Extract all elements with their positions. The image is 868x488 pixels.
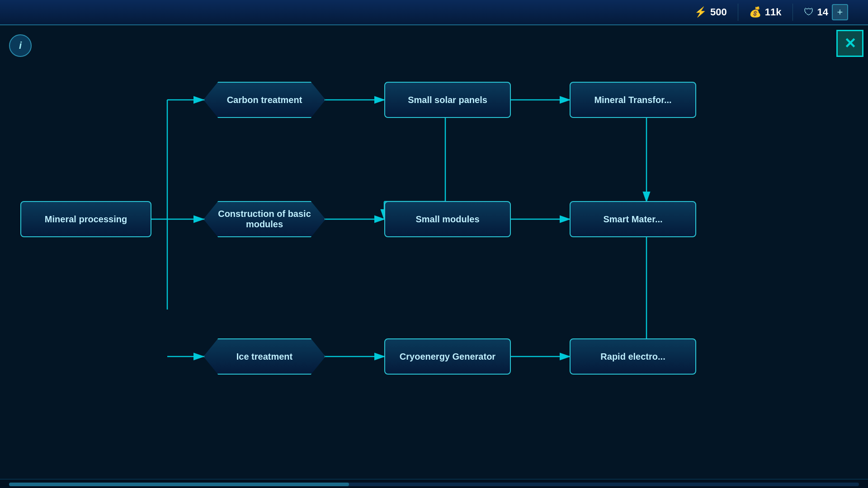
node-carbon-treatment[interactable]: Carbon treatment bbox=[203, 82, 326, 118]
node-construction-basic-modules[interactable]: Construction of basic modules bbox=[203, 201, 326, 237]
scrollbar-track bbox=[9, 483, 859, 486]
coin-icon: 💰 bbox=[749, 6, 761, 18]
lightning-resource: ⚡ 500 bbox=[684, 4, 738, 21]
node-small-modules[interactable]: Small modules bbox=[384, 201, 511, 237]
shield-icon: 🛡 bbox=[804, 6, 814, 18]
node-ice-treatment[interactable]: Ice treatment bbox=[203, 338, 326, 375]
tech-tree-main: i ✕ bbox=[0, 25, 868, 479]
shield-resource: 🛡 14 + bbox=[793, 1, 859, 23]
close-button[interactable]: ✕ bbox=[836, 30, 863, 57]
node-small-solar-panels[interactable]: Small solar panels bbox=[384, 82, 511, 118]
node-rapid-electro[interactable]: Rapid electro... bbox=[570, 338, 696, 375]
scrollbar-thumb[interactable] bbox=[9, 483, 349, 486]
coin-resource: 💰 11k bbox=[738, 4, 793, 21]
topbar: ⚡ 500 💰 11k 🛡 14 + bbox=[0, 0, 868, 25]
info-button[interactable]: i bbox=[9, 34, 32, 57]
scrollbar[interactable] bbox=[0, 479, 868, 488]
add-shield-button[interactable]: + bbox=[832, 4, 848, 20]
lightning-icon: ⚡ bbox=[694, 6, 707, 18]
node-mineral-transfor[interactable]: Mineral Transfor... bbox=[570, 82, 696, 118]
shield-value: 14 bbox=[817, 6, 828, 18]
node-mineral-processing[interactable]: Mineral processing bbox=[20, 201, 151, 237]
node-smart-mater[interactable]: Smart Mater... bbox=[570, 201, 696, 237]
lightning-value: 500 bbox=[710, 6, 727, 18]
node-cryoenergy-generator[interactable]: Cryoenergy Generator bbox=[384, 338, 511, 375]
coin-value: 11k bbox=[765, 6, 782, 18]
